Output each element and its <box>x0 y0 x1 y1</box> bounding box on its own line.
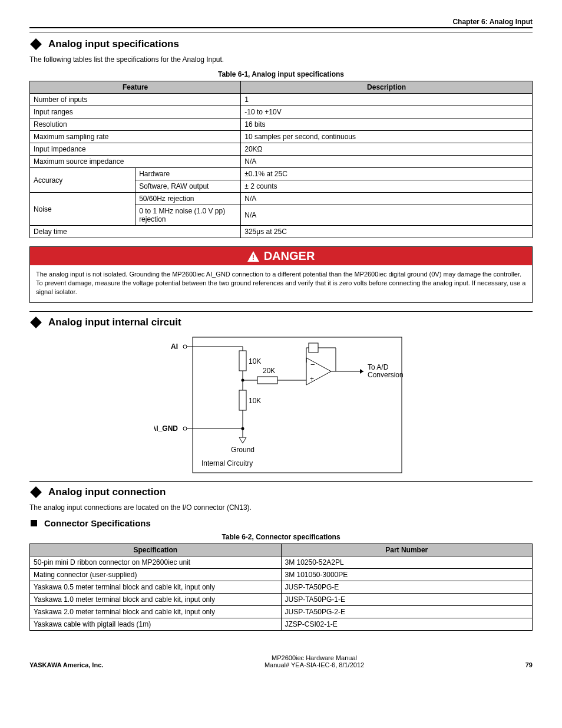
cell: 20KΩ <box>241 143 533 156</box>
table-6-1-title: Table 6-1, Analog input specifications <box>29 70 533 78</box>
cell: ±0.1% at 25C <box>241 168 533 180</box>
cell: N/A <box>241 193 533 205</box>
spec-intro: The following tables list the specificat… <box>29 55 533 64</box>
cell: Software, RAW output <box>135 180 241 193</box>
label-r20k: 20K <box>263 367 275 375</box>
section-rule <box>29 311 533 312</box>
cell: 10 samples per second, continuous <box>241 131 533 143</box>
square-bullet-icon <box>31 520 37 526</box>
th-description: Description <box>241 81 533 94</box>
cell: JUSP-TA50PG-1-E <box>281 593 533 605</box>
danger-box: ! DANGER The analog input is not isolate… <box>29 246 533 303</box>
label-r10k-top: 10K <box>249 357 261 365</box>
cell: Delay time <box>30 226 241 238</box>
footer-doc-title: MP2600iec Hardware Manual <box>103 654 525 661</box>
chapter-title: Chapter 6: Analog Input <box>29 18 533 26</box>
heading-connection-text: Analog input connection <box>48 486 166 498</box>
page-footer: YASKAWA America, Inc. MP2600iec Hardware… <box>29 654 533 668</box>
label-ground: Ground <box>231 446 254 454</box>
label-r10k-bot: 10K <box>249 397 261 405</box>
label-ai: AI <box>171 342 178 351</box>
svg-rect-13 <box>239 390 246 410</box>
label-internal: Internal Circuitry <box>201 459 253 467</box>
section-analog-input-spec: Analog input specifications The followin… <box>29 32 533 303</box>
cell: N/A <box>241 205 533 226</box>
cell: N/A <box>241 156 533 168</box>
svg-text:!: ! <box>252 253 254 262</box>
circuit-diagram: AI 10K 20K 10K AI_GND <box>154 334 408 477</box>
cell: 50/60Hz rejection <box>135 193 241 205</box>
heading-circuit: Analog input internal circuit <box>29 317 533 328</box>
cell: Hardware <box>135 168 241 180</box>
cell: -10 to +10V <box>241 106 533 118</box>
footer-doc-no: Manual# YEA-SIA-IEC-6, 8/1/2012 <box>103 661 525 668</box>
cell: 3M 101050-3000PE <box>281 568 533 581</box>
cell: Yaskawa 0.5 meter terminal block and cab… <box>30 581 282 593</box>
warning-triangle-icon: ! <box>247 251 259 262</box>
svg-text:−: − <box>310 360 315 369</box>
svg-rect-10 <box>257 377 277 384</box>
cell: 1 <box>241 94 533 106</box>
th-spec: Specification <box>30 543 282 556</box>
cell: Maximum source impedance <box>30 156 241 168</box>
label-conversion: Conversion <box>368 371 404 379</box>
table-6-2: Specification Part Number 50-pin mini D … <box>29 543 533 631</box>
subheading-connector-spec: Connector Specifications <box>29 518 533 528</box>
table-6-2-title: Table 6-2, Connector specifications <box>29 533 533 541</box>
section-rule <box>29 32 533 32</box>
heading-connection: Analog input connection <box>29 486 533 498</box>
cell: Yaskawa cable with pigtail leads (1m) <box>30 618 282 630</box>
header-rule-thick <box>29 27 533 28</box>
cell: 50-pin mini D ribbon connector on MP2600… <box>30 556 282 568</box>
svg-marker-19 <box>239 437 246 443</box>
svg-rect-2 <box>193 337 402 473</box>
th-feature: Feature <box>30 81 241 94</box>
cell-noise: Noise <box>30 193 135 226</box>
label-to-ad: To A/D <box>368 363 389 371</box>
footer-company: YASKAWA America, Inc. <box>29 661 103 668</box>
label-ai-gnd: AI_GND <box>154 424 178 433</box>
footer-page: 79 <box>525 661 533 668</box>
cell: Input impedance <box>30 143 241 156</box>
svg-point-3 <box>183 345 187 348</box>
cell: JZSP-CSI02-1-E <box>281 618 533 630</box>
cell: 16 bits <box>241 118 533 131</box>
conn-intro: The analog input connections are located… <box>29 503 533 512</box>
cell: JUSP-TA50PG-E <box>281 581 533 593</box>
cell: Mating connector (user-supplied) <box>30 568 282 581</box>
th-partno: Part Number <box>281 543 533 556</box>
cell: JUSP-TA50PG-2-E <box>281 605 533 618</box>
cell: 325μs at 25C <box>241 226 533 238</box>
cell-accuracy: Accuracy <box>30 168 135 193</box>
cell: 3M 10250-52A2PL <box>281 556 533 568</box>
footer-doc: MP2600iec Hardware Manual Manual# YEA-SI… <box>103 654 525 668</box>
danger-label: DANGER <box>264 249 315 263</box>
heading-spec: Analog input specifications <box>29 38 533 50</box>
svg-text:+: + <box>310 375 314 383</box>
diamond-bullet-icon <box>30 38 42 50</box>
cell: Maximum sampling rate <box>30 131 241 143</box>
cell: Resolution <box>30 118 241 131</box>
svg-rect-23 <box>309 343 318 353</box>
subheading-connector-spec-text: Connector Specifications <box>44 518 151 528</box>
cell: Yaskawa 2.0 meter terminal block and cab… <box>30 605 282 618</box>
cell: 0 to 1 MHz noise (1.0 V pp) rejection <box>135 205 241 226</box>
cell: ± 2 counts <box>241 180 533 193</box>
section-internal-circuit: Analog input internal circuit AI 10K 20K… <box>29 311 533 477</box>
cell: Input ranges <box>30 106 241 118</box>
cell: Number of inputs <box>30 94 241 106</box>
diamond-bullet-icon <box>30 317 42 328</box>
danger-body: The analog input is not isolated. Ground… <box>30 265 532 302</box>
svg-marker-29 <box>360 369 363 374</box>
danger-header: ! DANGER <box>30 247 532 265</box>
cell: Yaskawa 1.0 meter terminal block and cab… <box>30 593 282 605</box>
heading-spec-text: Analog input specifications <box>48 38 179 50</box>
svg-rect-5 <box>239 351 246 371</box>
svg-point-16 <box>183 427 187 430</box>
table-6-1: Feature Description Number of inputs1 In… <box>29 81 533 238</box>
section-rule <box>29 481 533 482</box>
diamond-bullet-icon <box>30 486 42 498</box>
section-connection: Analog input connection The analog input… <box>29 481 533 631</box>
heading-circuit-text: Analog input internal circuit <box>48 317 181 328</box>
